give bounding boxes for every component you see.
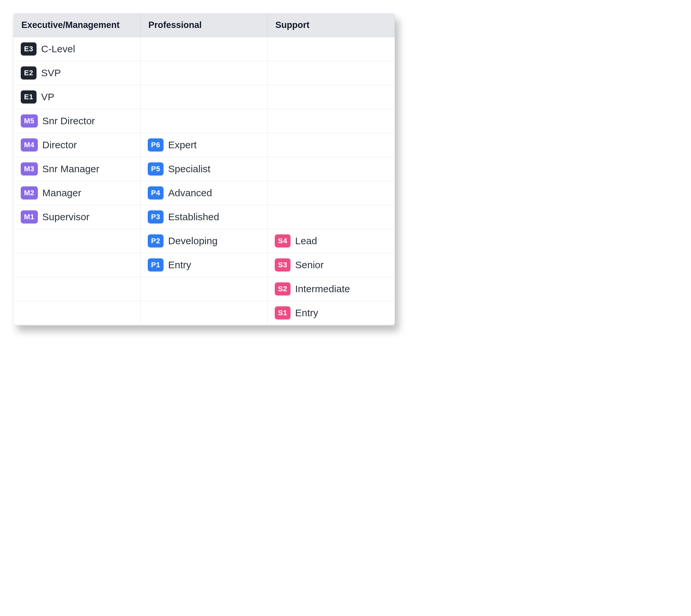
- level-badge: M1: [21, 211, 38, 223]
- level-badge: P3: [148, 211, 164, 223]
- level-cell: S2Intermediate: [268, 277, 395, 301]
- level-cell: [14, 301, 141, 325]
- level-label: Expert: [168, 139, 197, 151]
- level-cell: M2Manager: [14, 181, 141, 205]
- level-cell: [268, 157, 395, 181]
- level-label: Lead: [295, 235, 317, 246]
- level-cell: [268, 85, 395, 109]
- level-cell: E2SVP: [14, 61, 141, 85]
- level-label: Entry: [168, 259, 191, 270]
- level-cell: S4Lead: [268, 229, 395, 253]
- level-badge: P6: [148, 138, 164, 152]
- level-label: C-Level: [41, 43, 75, 54]
- level-label: Intermediate: [295, 283, 350, 294]
- level-cell: [268, 181, 395, 205]
- level-label: VP: [41, 91, 54, 103]
- level-label: Specialist: [168, 163, 210, 175]
- level-cell: S3Senior: [268, 253, 395, 277]
- level-cell: [268, 109, 395, 133]
- level-cell: P5Specialist: [141, 157, 268, 181]
- level-label: Director: [42, 139, 77, 151]
- level-cell: P6Expert: [141, 133, 268, 157]
- level-badge: P4: [148, 186, 164, 200]
- level-cell: M1Supervisor: [14, 205, 141, 229]
- level-cell: P4Advanced: [141, 181, 268, 205]
- level-cell: P1Entry: [141, 253, 268, 277]
- level-cell: M3Snr Manager: [14, 157, 141, 181]
- column-header: Executive/Management: [14, 14, 141, 37]
- level-label: Snr Manager: [42, 163, 99, 175]
- level-label: Senior: [295, 259, 324, 270]
- level-cell: [141, 85, 268, 109]
- level-cell: P2Developing: [141, 229, 268, 253]
- column-header: Professional: [141, 14, 268, 37]
- level-badge: P1: [148, 258, 164, 271]
- level-cell: [14, 253, 141, 277]
- level-cell: [141, 277, 268, 301]
- level-cell: P3Established: [141, 205, 268, 229]
- level-badge: M2: [21, 186, 38, 200]
- level-label: Established: [168, 211, 219, 222]
- level-cell: [268, 37, 395, 61]
- level-cell: [14, 229, 141, 253]
- level-cell: S1Entry: [268, 301, 395, 325]
- levels-table: Executive/ManagementProfessionalSupportE…: [13, 13, 395, 325]
- level-cell: E1VP: [14, 85, 141, 109]
- level-cell: [268, 133, 395, 157]
- level-badge: E1: [21, 90, 37, 104]
- level-cell: M5Snr Director: [14, 109, 141, 133]
- level-cell: [268, 205, 395, 229]
- level-label: Manager: [42, 188, 81, 199]
- level-badge: M4: [21, 138, 38, 152]
- level-label: Entry: [295, 307, 318, 318]
- level-badge: M5: [21, 114, 38, 128]
- level-label: SVP: [41, 67, 61, 79]
- level-badge: E2: [21, 66, 37, 80]
- level-cell: [141, 61, 268, 85]
- level-badge: S4: [275, 234, 291, 247]
- level-badge: P2: [148, 234, 164, 247]
- level-label: Advanced: [168, 188, 212, 199]
- level-cell: [141, 301, 268, 325]
- level-badge: S3: [275, 258, 291, 271]
- level-badge: M3: [21, 162, 38, 176]
- level-cell: E3C-Level: [14, 37, 141, 61]
- column-header: Support: [268, 14, 395, 37]
- level-cell: [268, 61, 395, 85]
- level-cell: [14, 277, 141, 301]
- level-label: Developing: [168, 235, 217, 246]
- level-badge: E3: [21, 42, 37, 56]
- level-badge: S1: [275, 306, 291, 320]
- level-cell: M4Director: [14, 133, 141, 157]
- level-badge: S2: [275, 282, 291, 295]
- level-cell: [141, 37, 268, 61]
- level-label: Supervisor: [42, 211, 89, 222]
- level-cell: [141, 109, 268, 133]
- level-label: Snr Director: [42, 115, 95, 127]
- level-badge: P5: [148, 162, 164, 176]
